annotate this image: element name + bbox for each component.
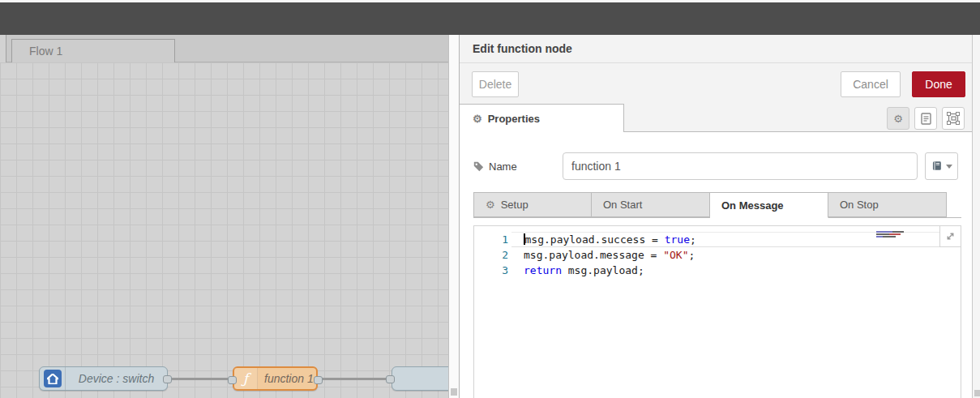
chevron-down-icon xyxy=(946,165,952,169)
tab-setup[interactable]: ⚙ Setup xyxy=(473,192,592,217)
flow-tabbar: Flow 1 xyxy=(0,35,448,62)
document-icon xyxy=(921,113,931,125)
line-number: 3 xyxy=(474,263,511,278)
function-tabs: ⚙ Setup On Start On Message On Stop xyxy=(473,192,961,218)
gear-icon: ⚙ xyxy=(486,199,495,211)
flow-tab[interactable]: Flow 1 xyxy=(11,39,175,62)
gear-icon: ⚙ xyxy=(893,113,903,125)
node-response[interactable]: respon xyxy=(392,366,448,391)
tag-icon xyxy=(473,161,484,172)
done-button[interactable]: Done xyxy=(912,71,965,97)
properties-tab-label: Properties xyxy=(488,113,540,125)
node-label: Device : switch xyxy=(66,367,167,390)
node-device-switch[interactable]: Device : switch xyxy=(39,366,168,391)
editor-minimap[interactable] xyxy=(876,231,905,242)
wire-function-to-response[interactable] xyxy=(320,378,388,380)
delete-button[interactable]: Delete xyxy=(472,71,519,97)
gear-icon: ⚙ xyxy=(473,113,482,125)
flow-workspace[interactable]: Flow 1 Device : switch ƒ xyxy=(0,35,448,398)
line-number: 2 xyxy=(474,247,511,263)
code-text: return msg.payload; xyxy=(511,263,961,278)
tab-properties[interactable]: ⚙ Properties xyxy=(460,104,624,132)
device-icon-box xyxy=(40,367,66,390)
node-function-1[interactable]: ƒ function 1 xyxy=(233,366,318,391)
tray-title: Edit function node xyxy=(460,35,980,63)
input-port[interactable] xyxy=(228,376,237,384)
tray-body: Name ⚙ Setup On Start On Message xyxy=(460,132,972,398)
name-label: Name xyxy=(473,152,517,180)
node-red-app: Flow 1 Device : switch ƒ xyxy=(0,0,980,398)
palette-edge xyxy=(0,35,6,62)
appearance-icon xyxy=(947,112,960,125)
edit-tray: Edit function node Delete Cancel Done ⚙ … xyxy=(459,35,980,398)
node-label: respon xyxy=(392,367,448,390)
home-icon xyxy=(44,370,62,387)
input-port[interactable] xyxy=(386,375,395,383)
function-f-icon: ƒ xyxy=(243,372,248,386)
description-view-button[interactable] xyxy=(914,107,937,130)
output-port[interactable] xyxy=(163,375,172,383)
tab-on-stop[interactable]: On Stop xyxy=(828,192,947,217)
label-options-button[interactable] xyxy=(925,152,958,180)
expand-icon xyxy=(945,231,956,242)
node-label: function 1 xyxy=(258,368,320,389)
code-line[interactable]: 2msg.payload.message = "OK"; xyxy=(474,247,961,263)
canvas-scrollbar-thumb[interactable] xyxy=(451,388,457,396)
function-icon-box: ƒ xyxy=(234,368,258,389)
tray-scrollbar[interactable] xyxy=(972,35,980,398)
line-number: 1 xyxy=(474,232,511,247)
canvas-scrollbar[interactable] xyxy=(448,35,459,398)
name-row: Name xyxy=(460,152,972,180)
tray-toolbar: Delete Cancel Done xyxy=(460,63,980,104)
output-port[interactable] xyxy=(314,376,323,384)
flow-canvas[interactable]: Device : switch ƒ function 1 respon xyxy=(0,62,448,398)
flow-tab-label: Flow 1 xyxy=(29,45,62,58)
properties-view-button[interactable]: ⚙ xyxy=(887,107,909,130)
book-icon xyxy=(931,160,943,172)
code-line[interactable]: 3return msg.payload; xyxy=(474,263,961,278)
tab-on-start[interactable]: On Start xyxy=(592,192,710,217)
cancel-button[interactable]: Cancel xyxy=(841,71,901,97)
tray-scrollbar-thumb[interactable] xyxy=(974,390,980,396)
name-input[interactable] xyxy=(563,152,918,180)
editor-tab-row: ⚙ Properties ⚙ xyxy=(460,104,980,132)
app-header-bar xyxy=(0,2,980,35)
expand-editor-button[interactable] xyxy=(939,226,961,247)
appearance-view-button[interactable] xyxy=(942,107,965,130)
tab-on-message[interactable]: On Message xyxy=(710,192,828,218)
code-text: msg.payload.message = "OK"; xyxy=(511,247,961,263)
wire-device-to-function[interactable] xyxy=(170,378,234,380)
code-editor[interactable]: 1msg.payload.success = true;2msg.payload… xyxy=(473,225,961,398)
